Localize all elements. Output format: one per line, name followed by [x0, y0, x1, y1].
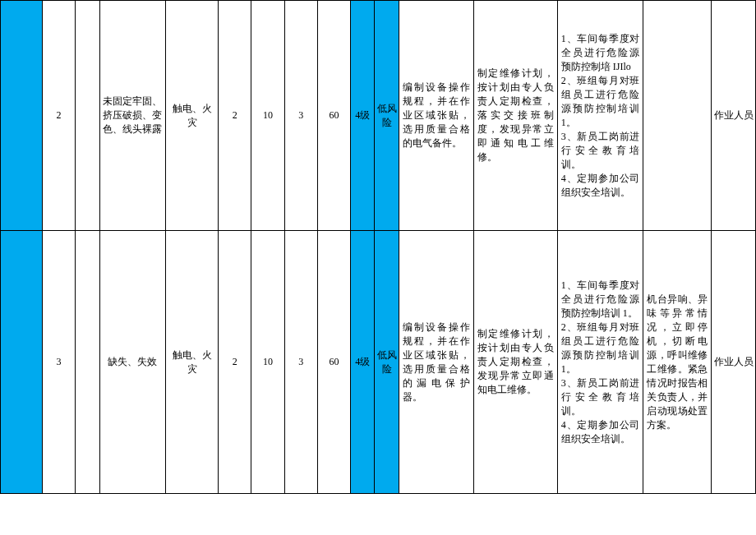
cell-measure2: 制定维修计划，按计划由专人负责人定期检查，发现异常立即通知电工维修。 — [474, 231, 558, 494]
cell-l: 2 — [219, 1, 251, 231]
cell-d: 60 — [317, 1, 350, 231]
cell-seq: 2 — [42, 1, 75, 231]
cell-c: 3 — [284, 1, 317, 231]
risk-table: 2 未固定牢固、挤压破损、变色、线头裸露 触电、火灾 2 10 3 60 4级 … — [0, 0, 756, 494]
table-row: 2 未固定牢固、挤压破损、变色、线头裸露 触电、火灾 2 10 3 60 4级 … — [1, 1, 756, 231]
cell-level-num: 4级 — [350, 231, 374, 494]
cell-defect: 缺失、失效 — [99, 231, 165, 494]
cell-col1 — [1, 231, 43, 494]
cell-hazard: 触电、火灾 — [165, 231, 218, 494]
cell-col3 — [76, 1, 99, 231]
cell-col3 — [76, 231, 99, 494]
cell-responsible: 作业人员 — [712, 231, 756, 494]
cell-measure1: 编制设备操作规程，并在作业区域张贴，选用质量合格的漏电保护器。 — [399, 231, 473, 494]
cell-emergency: 机台异响、异味等异常情况，立即停机，切断电源，呼叫维修工维修。紧急情况时报告相关… — [643, 231, 712, 494]
cell-training: 1、车间每季度对全员进行危险源预防控制培 IJIlo 2、班组每月对班组员工进行… — [557, 1, 643, 231]
cell-level-text: 低风险 — [375, 231, 399, 494]
cell-measure2: 制定维修计划，按计划由专人负责人定期检查，落实交接班制度，发现异常立即通知电工维… — [474, 1, 558, 231]
cell-defect: 未固定牢固、挤压破损、变色、线头裸露 — [99, 1, 165, 231]
cell-hazard: 触电、火灾 — [165, 1, 218, 231]
cell-seq: 3 — [42, 231, 75, 494]
cell-e: 10 — [251, 231, 284, 494]
cell-emergency — [643, 1, 712, 231]
cell-e: 10 — [251, 1, 284, 231]
cell-c: 3 — [284, 231, 317, 494]
cell-level-num: 4级 — [350, 1, 374, 231]
cell-measure1: 编制设备操作规程，并在作业区域张贴，选用质量合格的电气备件。 — [399, 1, 473, 231]
cell-level-text: 低风险 — [375, 1, 399, 231]
cell-l: 2 — [219, 231, 251, 494]
table-row: 3 缺失、失效 触电、火灾 2 10 3 60 4级 低风险 编制设备操作规程，… — [1, 231, 756, 494]
cell-col1 — [1, 1, 43, 231]
cell-training: 1、车间每季度对全员进行危险源预防控制培训 1。 2、班组每月对班组员工进行危险… — [557, 231, 643, 494]
cell-responsible: 作业人员 — [712, 1, 756, 231]
cell-d: 60 — [317, 231, 350, 494]
